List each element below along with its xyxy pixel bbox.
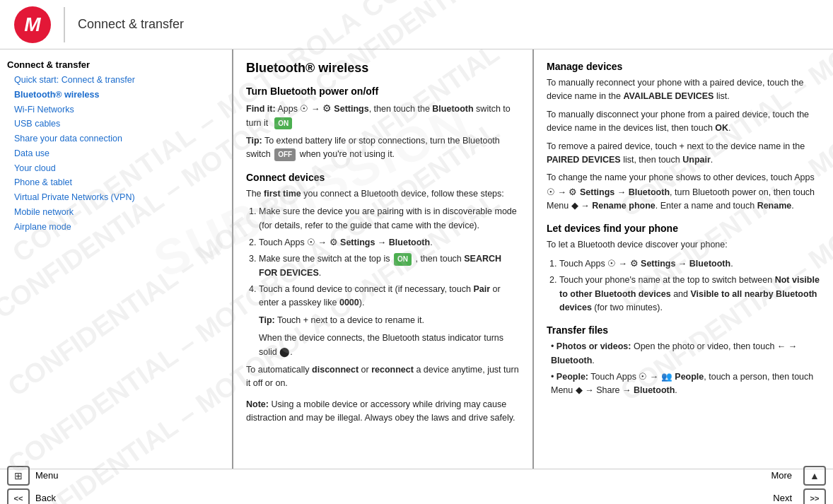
manage-rename: To change the name your phone shows to o…: [547, 171, 820, 213]
sidebar-item-mobile-network[interactable]: Mobile network: [7, 205, 225, 220]
connect-steps: Make sure the device you are pairing wit…: [259, 205, 520, 359]
manage-remove: To remove a paired device, touch + next …: [547, 140, 820, 168]
let-devices-find-title: Let devices find your phone: [547, 223, 820, 234]
content-right: Manage devices To manually reconnect you…: [534, 49, 833, 469]
connect-devices-title: Connect devices: [246, 172, 520, 183]
footer: ⊞ Menu Back ▲ More Next: [0, 469, 833, 504]
turn-bluetooth-title: Turn Bluetooth power on/off: [246, 86, 520, 97]
footer-left: ⊞ Menu Back: [0, 466, 233, 505]
badge-on: ON: [274, 117, 292, 130]
content-area: Bluetooth® wireless Turn Bluetooth power…: [233, 49, 833, 469]
let-devices-steps: Touch Apps ☉ → ⚙ Settings → Bluetooth. T…: [559, 257, 820, 315]
menu-label: Menu: [35, 470, 59, 481]
let-step-2: Touch your phone's name at the top to sw…: [559, 274, 820, 315]
content-main: Bluetooth® wireless Turn Bluetooth power…: [233, 49, 534, 469]
motorola-logo: M: [14, 6, 51, 43]
transfer-files-list: Photos or videos: Open the photo or vide…: [551, 340, 820, 398]
sidebar-item-phone-tablet[interactable]: Phone & tablet: [7, 175, 225, 190]
let-devices-intro: To let a Bluetooth device discover your …: [547, 238, 820, 252]
transfer-files-title: Transfer files: [547, 324, 820, 336]
next-arrow-icon: [810, 493, 820, 503]
tip-battery-text: Tip: To extend battery life or stop conn…: [246, 134, 520, 162]
status-note: When the device connects, the Bluetooth …: [259, 332, 520, 359]
more-button[interactable]: ▲ More: [771, 466, 826, 486]
more-icon: ▲: [803, 466, 826, 486]
sidebar-item-usb[interactable]: USB cables: [7, 117, 225, 131]
badge-on-step3: ON: [394, 253, 412, 266]
badge-off: OFF: [274, 148, 296, 161]
next-button[interactable]: Next: [773, 488, 826, 505]
main-layout: Connect & transfer Quick start: Connect …: [0, 49, 833, 469]
manage-reconnect: To manually reconnect your phone with a …: [547, 76, 820, 104]
header-divider: [64, 7, 65, 42]
sidebar: Connect & transfer Quick start: Connect …: [0, 49, 233, 469]
transfer-photos: Photos or videos: Open the photo or vide…: [551, 340, 820, 368]
sidebar-item-share-data[interactable]: Share your data connection: [7, 131, 225, 146]
footer-right: ▲ More Next: [233, 466, 833, 505]
next-icon: [803, 488, 826, 505]
page-title: Connect & transfer: [78, 17, 184, 32]
manage-devices-title: Manage devices: [547, 61, 820, 72]
back-icon: [7, 488, 30, 505]
menu-icon: ⊞: [7, 466, 30, 486]
back-button[interactable]: Back: [7, 488, 56, 505]
sidebar-section-title: Connect & transfer: [7, 59, 225, 70]
step-1: Make sure the device you are pairing wit…: [259, 205, 520, 233]
logo-m-letter: M: [24, 15, 40, 35]
back-arrow-icon: [14, 493, 23, 503]
next-label: Next: [773, 493, 792, 503]
sidebar-item-wifi[interactable]: Wi-Fi Networks: [7, 102, 225, 117]
more-label: More: [771, 470, 792, 481]
connect-intro: The first time you connect a Bluetooth d…: [246, 187, 520, 201]
back-label: Back: [35, 493, 56, 503]
step-4: Touch a found device to connect it (if n…: [259, 283, 520, 359]
tip-rename: Tip: Touch + next to a device to rename …: [259, 314, 520, 327]
transfer-people: People: Touch Apps ☉ → 👥 People, touch a…: [551, 370, 820, 398]
menu-button[interactable]: ⊞ Menu: [7, 466, 59, 486]
step-2: Touch Apps ☉ → ⚙ Settings → Bluetooth.: [259, 235, 520, 250]
bluetooth-section-title: Bluetooth® wireless: [246, 61, 520, 76]
sidebar-item-data-use[interactable]: Data use: [7, 146, 225, 161]
findit-text: Find it: Apps ☉ → ⚙ Settings, then touch…: [246, 101, 520, 130]
note-driving: Note: Using a mobile device or accessory…: [246, 398, 520, 426]
let-step-1: Touch Apps ☉ → ⚙ Settings → Bluetooth.: [559, 257, 820, 271]
sidebar-item-vpn[interactable]: Virtual Private Networks (VPN): [7, 190, 225, 205]
header: M Connect & transfer: [0, 0, 833, 49]
step-3: Make sure the switch at the top is ON , …: [259, 252, 520, 280]
sidebar-item-your-cloud[interactable]: Your cloud: [7, 161, 225, 176]
sidebar-item-airplane-mode[interactable]: Airplane mode: [7, 220, 225, 235]
sidebar-item-bluetooth[interactable]: Bluetooth® wireless: [7, 88, 225, 102]
auto-disconnect-text: To automatically disconnect or reconnect…: [246, 363, 520, 391]
sidebar-item-quickstart[interactable]: Quick start: Connect & transfer: [7, 73, 225, 88]
manage-disconnect: To manually disconnect your phone from a…: [547, 108, 820, 136]
